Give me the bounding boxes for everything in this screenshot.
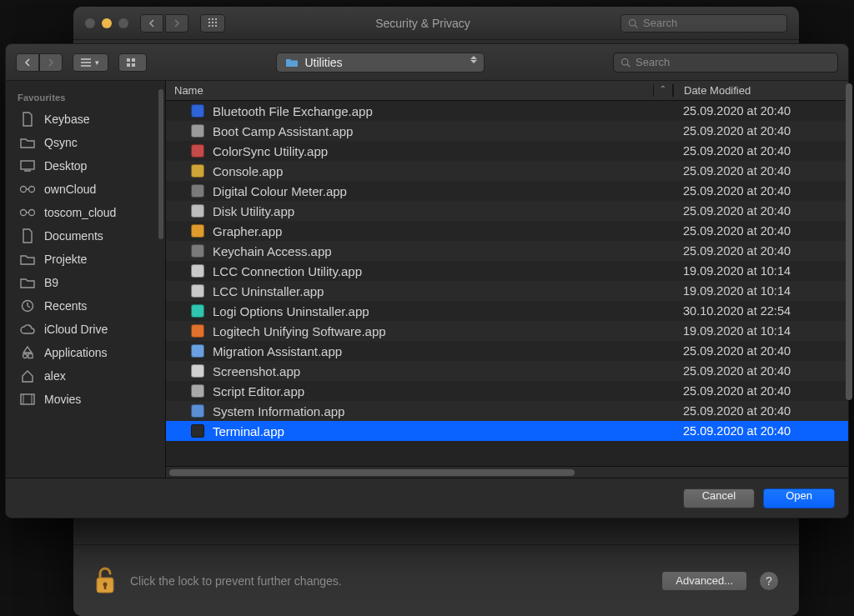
svg-rect-4: [104, 585, 107, 589]
location-label: Utilities: [305, 56, 343, 69]
file-row[interactable]: Boot Camp Assistant.app25.09.2020 at 20:…: [166, 121, 848, 141]
app-icon: [191, 184, 204, 198]
folder-icon: [285, 58, 299, 68]
open-file-dialog: ▾ Utilities Search: [5, 43, 849, 518]
updown-caret-icon: [470, 56, 477, 63]
sidebar-item-label: Projekte: [44, 253, 87, 266]
show-all-prefs-button[interactable]: [200, 14, 225, 33]
cloud-sync-icon: [19, 183, 36, 196]
svg-line-13: [627, 64, 630, 67]
folder-icon: [19, 276, 36, 289]
column-name-header[interactable]: Name: [166, 84, 653, 97]
advanced-button[interactable]: Advanced...: [661, 571, 747, 591]
scrollbar-thumb[interactable]: [169, 469, 575, 476]
sidebar-header: Favourites: [18, 93, 163, 103]
file-row[interactable]: Migration Assistant.app25.09.2020 at 20:…: [166, 341, 848, 361]
sidebar-item-b9[interactable]: B9: [14, 271, 163, 294]
file-date: 25.09.2020 at 20:40: [673, 404, 848, 418]
file-row[interactable]: Screenshot.app25.09.2020 at 20:40: [166, 361, 848, 381]
list-header: Name ˆ Date Modified: [166, 81, 848, 101]
dialog-toolbar: ▾ Utilities Search: [6, 44, 848, 81]
svg-point-0: [630, 19, 636, 26]
open-button[interactable]: Open: [763, 488, 835, 508]
close-window-button[interactable]: [85, 18, 95, 28]
file-date: 19.09.2020 at 10:14: [673, 324, 848, 338]
lock-open-icon[interactable]: [93, 566, 117, 596]
dialog-nav: [16, 53, 63, 72]
file-row[interactable]: Bluetooth File Exchange.app25.09.2020 at…: [166, 101, 848, 121]
sidebar-item-owncloud[interactable]: ownCloud: [14, 178, 163, 201]
horizontal-scrollbar[interactable]: [166, 466, 848, 478]
list-view-icon: [80, 58, 92, 68]
file-date: 25.09.2020 at 20:40: [673, 164, 848, 178]
dialog-search-field[interactable]: Search: [613, 53, 838, 73]
minimize-window-button[interactable]: [102, 18, 112, 28]
sidebar-item-label: Keybase: [44, 113, 89, 126]
sidebar-item-label: Applications: [44, 346, 108, 359]
back-button[interactable]: [140, 14, 163, 33]
file-row[interactable]: LCC Connection Utility.app19.09.2020 at …: [166, 261, 848, 281]
group-by-button[interactable]: [118, 53, 147, 72]
sidebar-item-qsync[interactable]: Qsync: [14, 131, 163, 154]
window-controls: [85, 18, 128, 28]
sidebar-item-icloud-drive[interactable]: iCloud Drive: [14, 318, 163, 341]
apps-icon: [19, 346, 36, 359]
page-scrollbar[interactable]: [846, 83, 852, 400]
svg-point-23: [23, 354, 28, 358]
sidebar-item-documents[interactable]: Documents: [14, 224, 163, 248]
help-button[interactable]: ?: [759, 571, 779, 591]
app-icon: [191, 324, 204, 338]
file-row[interactable]: Disk Utility.app25.09.2020 at 20:40: [166, 201, 848, 221]
sidebar: Favourites KeybaseQsyncDesktopownCloudto…: [6, 81, 166, 478]
sidebar-item-movies[interactable]: Movies: [14, 388, 163, 411]
file-row[interactable]: Script Editor.app25.09.2020 at 20:40: [166, 381, 848, 401]
file-row[interactable]: Terminal.app25.09.2020 at 20:40: [166, 421, 848, 441]
file-row[interactable]: Logitech Unifying Software.app19.09.2020…: [166, 321, 848, 341]
file-row[interactable]: Grapher.app25.09.2020 at 20:40: [166, 221, 848, 241]
file-row[interactable]: System Information.app25.09.2020 at 20:4…: [166, 401, 848, 421]
sidebar-item-label: B9: [44, 276, 58, 289]
app-icon: [191, 264, 204, 278]
sidebar-scrollbar[interactable]: [158, 89, 163, 239]
file-row[interactable]: Digital Colour Meter.app25.09.2020 at 20…: [166, 181, 848, 201]
sidebar-item-desktop[interactable]: Desktop: [14, 154, 163, 178]
app-icon: [191, 304, 204, 318]
file-name: Migration Assistant.app: [213, 344, 342, 358]
sidebar-item-applications[interactable]: Applications: [14, 341, 163, 364]
sidebar-item-label: toscom_cloud: [44, 206, 116, 219]
sort-indicator[interactable]: ˆ: [653, 84, 673, 97]
view-mode-select[interactable]: ▾: [73, 53, 108, 72]
app-icon: [191, 224, 204, 238]
dialog-forward-button[interactable]: [39, 53, 63, 72]
sidebar-item-label: Movies: [44, 393, 81, 406]
svg-point-12: [622, 58, 629, 65]
app-icon: [191, 424, 204, 438]
file-row[interactable]: ColorSync Utility.app25.09.2020 at 20:40: [166, 141, 848, 161]
file-date: 25.09.2020 at 20:40: [673, 244, 848, 258]
cloud-icon: [19, 323, 36, 336]
parent-search-field[interactable]: Search: [620, 14, 787, 33]
doc-icon: [19, 229, 36, 243]
zoom-window-button[interactable]: [118, 18, 128, 28]
file-row[interactable]: Console.app25.09.2020 at 20:40: [166, 161, 848, 181]
file-row[interactable]: LCC Uninstaller.app19.09.2020 at 10:14: [166, 281, 848, 301]
dialog-back-button[interactable]: [16, 53, 39, 72]
file-row[interactable]: Logi Options Uninstaller.app30.10.2020 a…: [166, 301, 848, 321]
sidebar-item-projekte[interactable]: Projekte: [14, 248, 163, 271]
location-popup[interactable]: Utilities: [276, 53, 485, 73]
column-date-header[interactable]: Date Modified: [673, 84, 848, 97]
sidebar-item-toscom-cloud[interactable]: toscom_cloud: [14, 201, 163, 224]
sidebar-item-alex[interactable]: alex: [14, 364, 163, 388]
file-name: LCC Connection Utility.app: [213, 264, 362, 278]
cancel-button[interactable]: Cancel: [683, 488, 755, 508]
grid-icon: [126, 58, 139, 68]
file-row[interactable]: Keychain Access.app25.09.2020 at 20:40: [166, 241, 848, 261]
forward-button[interactable]: [165, 14, 188, 33]
file-name: Console.app: [213, 164, 283, 178]
sidebar-item-label: Qsync: [44, 136, 78, 149]
file-name: Bluetooth File Exchange.app: [213, 104, 373, 118]
sidebar-item-recents[interactable]: Recents: [14, 294, 163, 318]
app-icon: [191, 404, 204, 418]
svg-rect-9: [132, 58, 135, 62]
sidebar-item-keybase[interactable]: Keybase: [14, 108, 163, 131]
